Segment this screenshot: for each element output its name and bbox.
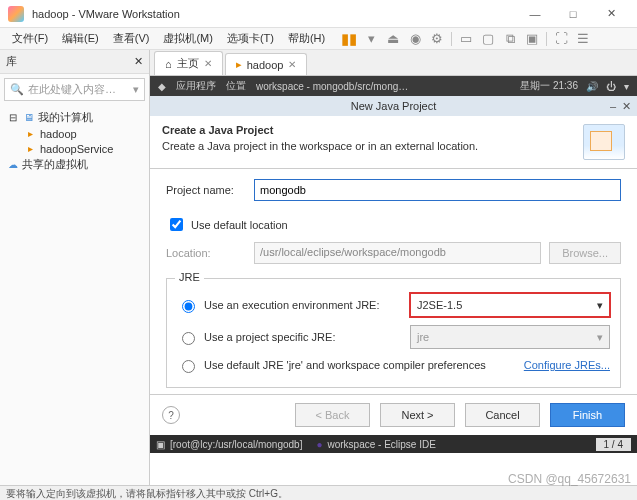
jre-fieldset: JRE Use an execution environment JRE: J2… [166,278,621,388]
maximize-button[interactable]: □ [555,3,591,25]
help-button[interactable]: ? [162,406,180,424]
radio-default-jre-label: Use default JRE 'jre' and workspace comp… [204,359,518,371]
separator [546,32,547,46]
user-icon[interactable]: ▾ [624,81,629,92]
library-search[interactable]: 🔍 在此处键入内容… ▾ [4,78,145,101]
use-default-location-checkbox[interactable] [170,218,183,231]
vmware-logo-icon [8,6,24,22]
search-icon: 🔍 [10,83,24,96]
shared-icon: ☁ [6,158,19,171]
menu-help[interactable]: 帮助(H) [282,29,331,48]
tree-my-computer[interactable]: ⊟ 🖥 我的计算机 [2,109,147,126]
snapshot-icon[interactable]: ⏏ [385,31,401,47]
vmware-titlebar: hadoop - VMware Workstation — □ ✕ [0,0,637,28]
window-controls: — □ ✕ [517,3,629,25]
menu-vm[interactable]: 虚拟机(M) [157,29,219,48]
next-button[interactable]: Next > [380,403,455,427]
dialog-header-subtitle: Create a Java project in the workspace o… [162,140,583,152]
dialog-header: Create a Java Project Create a Java proj… [150,116,637,169]
vm-tree: ⊟ 🖥 我的计算机 ▸ hadoop ▸ hadoopService ☁ 共享的… [0,105,149,177]
tree-label: 我的计算机 [38,110,93,125]
dialog-body: Create a Java Project Create a Java proj… [150,116,637,485]
menu-tabs[interactable]: 选项卡(T) [221,29,280,48]
exec-env-value: J2SE-1.5 [417,299,462,311]
menu-file[interactable]: 文件(F) [6,29,54,48]
screenshot-icon[interactable]: ◉ [407,31,423,47]
cancel-button[interactable]: Cancel [465,403,540,427]
pause-icon[interactable]: ▮▮ [341,30,357,48]
layout1-icon[interactable]: ▭ [458,31,474,47]
layout4-icon[interactable]: ▣ [524,31,540,47]
radio-project-jre[interactable] [182,332,195,345]
main-content: ⌂ 主页 ✕ ▸ hadoop ✕ ◆ 应用程序 位置 workspace - … [150,50,637,485]
dialog-titlebar: New Java Project – ✕ [150,96,637,116]
sidebar-close-icon[interactable]: ✕ [134,55,143,68]
taskbar-terminal[interactable]: ▣ [root@lcy:/usr/local/mongodb] [156,439,302,450]
settings-icon[interactable]: ⚙ [429,31,445,47]
library-sidebar: 库 ✕ 🔍 在此处键入内容… ▾ ⊟ 🖥 我的计算机 ▸ hadoop ▸ ha… [0,50,150,485]
volume-icon[interactable]: 🔊 [586,81,598,92]
workspace-pager[interactable]: 1 / 4 [596,438,631,451]
eclipse-icon: ● [316,439,322,450]
minimize-button[interactable]: — [517,3,553,25]
use-default-location-label: Use default location [191,219,288,231]
configure-jres-link[interactable]: Configure JREs... [524,359,610,371]
toolbar-dropdown-icon[interactable]: ▾ [363,31,379,47]
dialog-title: New Java Project [351,100,437,112]
terminal-icon: ▣ [156,439,165,450]
vm-icon: ▸ [236,58,242,71]
terminal-label: [root@lcy:/usr/local/mongodb] [170,439,302,450]
computer-icon: 🖥 [22,111,35,124]
menu-edit[interactable]: 编辑(E) [56,29,105,48]
vmware-statusbar: 要将输入定向到该虚拟机，请将鼠标指针移入其中或按 Ctrl+G。 [0,485,637,500]
vm-tabs: ⌂ 主页 ✕ ▸ hadoop ✕ [150,50,637,76]
back-button: < Back [295,403,370,427]
radio-exec-env-label: Use an execution environment JRE: [204,299,404,311]
tab-hadoop[interactable]: ▸ hadoop ✕ [225,53,308,75]
radio-exec-env[interactable] [182,300,195,313]
layout2-icon[interactable]: ▢ [480,31,496,47]
unity-icon[interactable]: ☰ [575,31,591,47]
location-label: Location: [166,247,246,259]
tree-vm-hadoopservice[interactable]: ▸ hadoopService [2,141,147,156]
project-wizard-icon [583,124,625,160]
project-jre-value: jre [417,331,429,343]
apps-menu[interactable]: 应用程序 [176,79,216,93]
tab-label: 主页 [177,56,199,71]
layout3-icon[interactable]: ⧉ [502,31,518,47]
close-tab-icon[interactable]: ✕ [204,58,212,69]
window-title: hadoop - VMware Workstation [32,8,517,20]
exec-env-combo[interactable]: J2SE-1.5 ▾ [410,293,610,317]
chevron-down-icon: ▾ [597,331,603,344]
search-placeholder: 在此处键入内容… [28,82,116,97]
separator [451,32,452,46]
dialog-close-icon[interactable]: ✕ [622,100,631,113]
project-name-input[interactable] [254,179,621,201]
radio-project-jre-label: Use a project specific JRE: [204,331,404,343]
home-icon: ⌂ [165,58,172,70]
menu-view[interactable]: 查看(V) [107,29,156,48]
vm-icon: ▸ [24,142,37,155]
tree-shared-vms[interactable]: ☁ 共享的虚拟机 [2,156,147,173]
browse-button: Browse... [549,242,621,264]
radio-default-jre[interactable] [182,360,195,373]
dropdown-icon[interactable]: ▾ [133,83,139,96]
taskbar-eclipse[interactable]: ● workspace - Eclipse IDE [316,439,435,450]
fullscreen-icon[interactable]: ⛶ [553,31,569,47]
location-label: 位置 [226,79,246,93]
menubar: 文件(F) 编辑(E) 查看(V) 虚拟机(M) 选项卡(T) 帮助(H) ▮▮… [0,28,637,50]
sidebar-header: 库 ✕ [0,50,149,74]
close-tab-icon[interactable]: ✕ [288,59,296,70]
dialog-minimize-icon[interactable]: – [610,100,616,113]
collapse-icon: ⊟ [6,111,19,124]
network-icon[interactable]: ⏻ [606,81,616,92]
tab-home[interactable]: ⌂ 主页 ✕ [154,51,223,75]
tree-vm-hadoop[interactable]: ▸ hadoop [2,126,147,141]
project-name-label: Project name: [166,184,246,196]
location-path[interactable]: workspace - mongodb/src/mong… [256,81,408,92]
apps-menu-icon[interactable]: ◆ [158,81,166,92]
close-button[interactable]: ✕ [593,3,629,25]
eclipse-label: workspace - Eclipse IDE [327,439,435,450]
tree-label: hadoopService [40,143,113,155]
finish-button[interactable]: Finish [550,403,625,427]
